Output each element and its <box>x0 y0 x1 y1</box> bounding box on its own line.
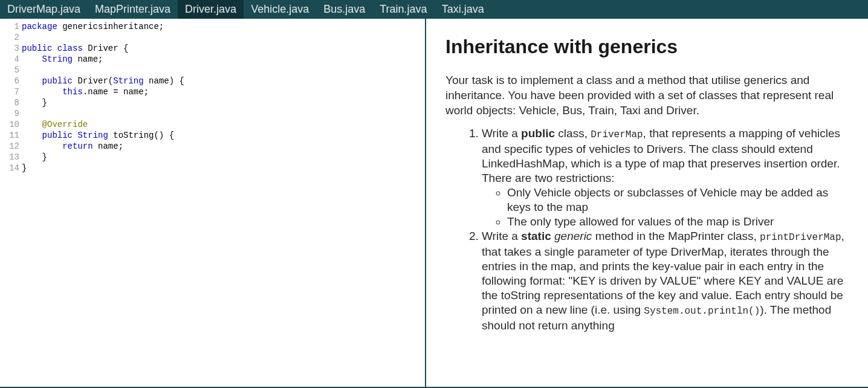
line-number: 3 <box>0 43 19 54</box>
line-number: 8 <box>0 97 19 108</box>
line-number: 1 <box>0 21 19 32</box>
line-number: 2 <box>0 32 19 43</box>
main-area: 1234567891011121314 package genericsinhe… <box>0 19 868 388</box>
line-number: 10 <box>0 119 19 130</box>
line-number: 5 <box>0 65 19 76</box>
code-line[interactable]: } <box>22 152 425 163</box>
line-number: 4 <box>0 54 19 65</box>
line-number: 11 <box>0 130 19 141</box>
description-pane: Inheritance with generics Your task is t… <box>426 19 868 387</box>
tab-bar: DriverMap.javaMapPrinter.javaDriver.java… <box>0 0 868 19</box>
task-item-1: Write a public class, DriverMap, that re… <box>482 126 849 229</box>
code-line[interactable] <box>22 65 425 76</box>
code-line[interactable]: return name; <box>22 141 425 152</box>
tab-vehicle[interactable]: Vehicle.java <box>244 0 316 19</box>
tab-driver[interactable]: Driver.java <box>178 0 244 19</box>
line-number: 14 <box>0 163 19 173</box>
line-number: 7 <box>0 86 19 97</box>
code-line[interactable]: String name; <box>22 54 425 65</box>
tab-drivermap[interactable]: DriverMap.java <box>0 0 88 19</box>
code-line[interactable]: package genericsinheritance; <box>22 21 425 32</box>
code-line[interactable] <box>22 32 425 43</box>
code-line[interactable]: } <box>22 97 425 108</box>
task-item-2: Write a static generic method in the Map… <box>482 229 849 333</box>
task1-sublist: Only Vehicle objects or subclasses of Ve… <box>482 186 849 229</box>
task1-sub2: The only type allowed for values of the … <box>507 215 849 229</box>
code-line[interactable]: @Override <box>22 119 425 130</box>
task1-sub1: Only Vehicle objects or subclasses of Ve… <box>507 186 849 215</box>
line-gutter: 1234567891011121314 <box>0 19 22 387</box>
code-area[interactable]: package genericsinheritance;public class… <box>22 19 425 387</box>
code-line[interactable]: public Driver(String name) { <box>22 76 425 86</box>
tab-train[interactable]: Train.java <box>372 0 434 19</box>
tab-taxi[interactable]: Taxi.java <box>435 0 491 19</box>
intro-paragraph: Your task is to implement a class and a … <box>445 73 849 118</box>
line-number: 12 <box>0 141 19 152</box>
code-line[interactable]: } <box>22 163 425 173</box>
line-number: 9 <box>0 108 19 119</box>
tab-mapprinter[interactable]: MapPrinter.java <box>88 0 178 19</box>
code-line[interactable]: public class Driver { <box>22 43 425 54</box>
line-number: 6 <box>0 76 19 86</box>
code-line[interactable]: public String toString() { <box>22 130 425 141</box>
task-list: Write a public class, DriverMap, that re… <box>445 126 849 333</box>
code-line[interactable] <box>22 108 425 119</box>
editor-pane: 1234567891011121314 package genericsinhe… <box>0 19 426 387</box>
tab-bus[interactable]: Bus.java <box>316 0 372 19</box>
description-title: Inheritance with generics <box>445 36 849 58</box>
line-number: 13 <box>0 152 19 163</box>
code-line[interactable]: this.name = name; <box>22 86 425 97</box>
